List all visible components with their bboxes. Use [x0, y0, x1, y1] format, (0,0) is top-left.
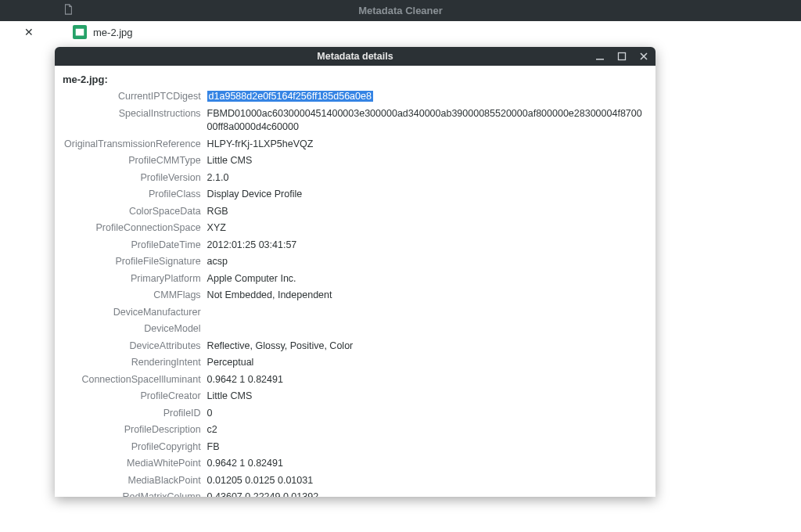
- metadata-key: ProfileVersion: [61, 170, 204, 187]
- metadata-value[interactable]: Display Device Profile: [204, 186, 649, 203]
- metadata-row: OriginalTransmissionReferenceHLPY-frKj-1…: [61, 136, 649, 153]
- dialog-header[interactable]: Metadata details: [55, 47, 656, 66]
- metadata-key: ProfileClass: [61, 186, 204, 203]
- metadata-key: DeviceModel: [61, 321, 204, 338]
- metadata-key: ProfileID: [61, 405, 204, 422]
- metadata-key: ProfileCopyright: [61, 439, 204, 456]
- metadata-row: CMMFlagsNot Embedded, Independent: [61, 287, 649, 304]
- metadata-key: DeviceAttributes: [61, 338, 204, 355]
- metadata-key: ColorSpaceData: [61, 203, 204, 221]
- metadata-value[interactable]: 0.9642 1 0.82491: [204, 372, 649, 389]
- metadata-value[interactable]: FBMD01000ac6030000451400003e300000ad3400…: [204, 106, 649, 136]
- maximize-button[interactable]: [616, 51, 627, 62]
- metadata-value[interactable]: FB: [204, 439, 649, 456]
- metadata-value[interactable]: HLPY-frKj-1LXP5heVQZ: [204, 136, 649, 153]
- metadata-row: RedMatrixColumn0.43607 0.22249 0.01392: [61, 489, 649, 497]
- metadata-row: DeviceManufacturer: [61, 304, 649, 322]
- dialog-body: me-2.jpg: CurrentIPTCDigestd1a9588d2e0f5…: [55, 66, 656, 497]
- metadata-value[interactable]: d1a9588d2e0f5164f256ff185d56a0e8: [204, 88, 649, 106]
- metadata-row: ProfileCopyrightFB: [61, 439, 649, 456]
- app-title: Metadata Cleaner: [358, 5, 443, 16]
- metadata-key: ProfileDateTime: [61, 237, 204, 254]
- metadata-row: CurrentIPTCDigestd1a9588d2e0f5164f256ff1…: [61, 88, 649, 106]
- metadata-row: DeviceModel: [61, 321, 649, 338]
- metadata-row: ProfileCreatorLittle CMS: [61, 388, 649, 405]
- metadata-value[interactable]: 0.01205 0.0125 0.01031: [204, 473, 649, 490]
- metadata-details-dialog: Metadata details me-2.jpg: CurrentIPTCDi…: [55, 47, 656, 497]
- app-top-bar: Metadata Cleaner: [0, 0, 801, 21]
- dialog-title: Metadata details: [317, 51, 393, 62]
- metadata-key: OriginalTransmissionReference: [61, 136, 204, 153]
- metadata-table: CurrentIPTCDigestd1a9588d2e0f5164f256ff1…: [61, 88, 649, 497]
- image-file-icon: [73, 25, 87, 39]
- metadata-row: ColorSpaceDataRGB: [61, 203, 649, 221]
- metadata-key: SpecialInstructions: [61, 106, 204, 136]
- metadata-value[interactable]: Apple Computer Inc.: [204, 271, 649, 288]
- document-icon: [63, 4, 74, 17]
- metadata-row: ProfileVersion2.1.0: [61, 170, 649, 187]
- metadata-value[interactable]: 2.1.0: [204, 170, 649, 187]
- metadata-key: ProfileCMMType: [61, 153, 204, 170]
- file-heading: me-2.jpg:: [61, 74, 649, 85]
- metadata-value[interactable]: Perceptual: [204, 354, 649, 372]
- metadata-value[interactable]: RGB: [204, 203, 649, 221]
- tab[interactable]: me-2.jpg: [48, 25, 133, 39]
- metadata-key: MediaWhitePoint: [61, 455, 204, 473]
- metadata-value[interactable]: [204, 304, 649, 322]
- metadata-value[interactable]: 0.43607 0.22249 0.01392: [204, 489, 649, 497]
- metadata-row: RenderingIntentPerceptual: [61, 354, 649, 372]
- metadata-value[interactable]: XYZ: [204, 220, 649, 237]
- metadata-key: RedMatrixColumn: [61, 489, 204, 497]
- metadata-key: DeviceManufacturer: [61, 304, 204, 322]
- metadata-value[interactable]: c2: [204, 422, 649, 439]
- svg-rect-2: [619, 53, 626, 60]
- metadata-row: MediaBlackPoint0.01205 0.0125 0.01031: [61, 473, 649, 490]
- metadata-key: CurrentIPTCDigest: [61, 88, 204, 106]
- metadata-value[interactable]: 2012:01:25 03:41:57: [204, 237, 649, 254]
- metadata-row: ProfileDescriptionc2: [61, 422, 649, 439]
- metadata-row: ConnectionSpaceIlluminant0.9642 1 0.8249…: [61, 372, 649, 389]
- metadata-key: RenderingIntent: [61, 354, 204, 372]
- metadata-value[interactable]: acsp: [204, 253, 649, 271]
- metadata-key: ConnectionSpaceIlluminant: [61, 372, 204, 389]
- metadata-value[interactable]: 0: [204, 405, 649, 422]
- close-button[interactable]: [638, 51, 649, 62]
- metadata-key: ProfileConnectionSpace: [61, 220, 204, 237]
- metadata-value[interactable]: 0.9642 1 0.82491: [204, 455, 649, 473]
- metadata-key: CMMFlags: [61, 287, 204, 304]
- tab-close-button[interactable]: ✕: [20, 24, 38, 40]
- metadata-row: ProfileClassDisplay Device Profile: [61, 186, 649, 203]
- metadata-row: SpecialInstructionsFBMD01000ac6030000451…: [61, 106, 649, 136]
- svg-point-0: [77, 30, 78, 31]
- metadata-row: DeviceAttributesReflective, Glossy, Posi…: [61, 338, 649, 355]
- minimize-button[interactable]: [594, 51, 605, 62]
- metadata-row: ProfileID0: [61, 405, 649, 422]
- metadata-value[interactable]: Not Embedded, Independent: [204, 287, 649, 304]
- metadata-key: ProfileDescription: [61, 422, 204, 439]
- svg-rect-1: [596, 59, 604, 60]
- metadata-value[interactable]: Little CMS: [204, 153, 649, 170]
- metadata-row: ProfileConnectionSpaceXYZ: [61, 220, 649, 237]
- tab-filename: me-2.jpg: [93, 27, 133, 38]
- metadata-row: ProfileFileSignatureacsp: [61, 253, 649, 271]
- metadata-row: PrimaryPlatformApple Computer Inc.: [61, 271, 649, 288]
- metadata-value[interactable]: [204, 321, 649, 338]
- metadata-row: MediaWhitePoint0.9642 1 0.82491: [61, 455, 649, 473]
- metadata-value[interactable]: Reflective, Glossy, Positive, Color: [204, 338, 649, 355]
- metadata-row: ProfileCMMTypeLittle CMS: [61, 153, 649, 170]
- metadata-key: PrimaryPlatform: [61, 271, 204, 288]
- metadata-value[interactable]: Little CMS: [204, 388, 649, 405]
- tab-row: ✕ me-2.jpg: [0, 21, 801, 43]
- metadata-key: MediaBlackPoint: [61, 473, 204, 490]
- metadata-key: ProfileFileSignature: [61, 253, 204, 271]
- metadata-key: ProfileCreator: [61, 388, 204, 405]
- metadata-row: ProfileDateTime2012:01:25 03:41:57: [61, 237, 649, 254]
